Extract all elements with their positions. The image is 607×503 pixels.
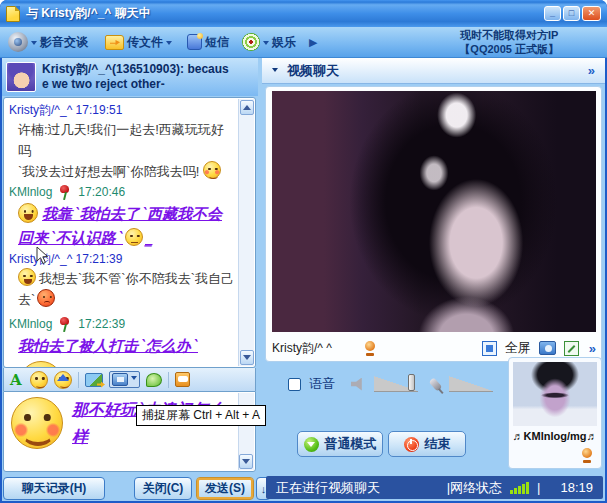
fullscreen-label[interactable]: 全屏 <box>505 339 531 357</box>
peer-video-name: Kristy韵/^ ^ <box>272 340 332 357</box>
rose-icon <box>59 185 71 200</box>
scroll-down-button[interactable] <box>239 454 253 469</box>
big-smiley-emoticon-icon <box>19 361 234 368</box>
custom-emoticon-icon[interactable] <box>54 371 72 389</box>
snapshot-icon[interactable] <box>539 341 556 355</box>
send-file-button[interactable]: 传文件 <box>105 34 172 51</box>
sms-button[interactable]: 短信 <box>187 34 229 51</box>
laugh-emoticon-icon <box>18 268 36 286</box>
entertainment-button[interactable]: 娱乐 <box>242 33 296 51</box>
chevron-down-icon[interactable] <box>263 41 269 48</box>
mic-volume-slider[interactable] <box>449 376 493 392</box>
send-image-icon[interactable] <box>85 373 103 387</box>
message-record-icon[interactable] <box>175 372 190 387</box>
capture-tooltip: 捕捉屏幕 Ctrl + Alt + A <box>136 405 266 426</box>
maximize-button[interactable]: □ <box>563 6 580 21</box>
connection-status: 现时不能取得对方IP 【QQ2005 正式版】 <box>459 28 599 56</box>
window-title: 与 Kristy韵/^_^ 聊天中 <box>26 5 542 22</box>
ip-status-text: 现时不能取得对方IP <box>459 28 559 42</box>
status-bar: 正在进行视频聊天 |网络状态 | 18:19 <box>266 476 603 499</box>
network-label: |网络状态 <box>447 479 502 497</box>
resize-icon[interactable] <box>564 341 579 356</box>
angry-emoticon-icon <box>37 289 55 307</box>
peer-avatar[interactable] <box>6 62 36 92</box>
self-video-feed <box>513 362 597 426</box>
voice-checkbox[interactable] <box>288 378 301 391</box>
message-meta-self: KMlnlog 17:22:39 <box>9 314 234 334</box>
speaker-icon <box>351 378 366 391</box>
dart-target-icon <box>242 33 260 51</box>
video-panel-header: 视频聊天 » <box>262 58 605 84</box>
message-meta-self: KMlnlog 17:20:46 <box>9 182 234 202</box>
signal-strength-icon <box>510 481 529 494</box>
panel-more-button[interactable]: » <box>588 63 595 78</box>
message-text: 我想去`我不管`你不陪我去`我自己去` <box>9 268 234 310</box>
video-panel-title: 视频聊天 <box>287 62 339 80</box>
chat-history[interactable]: Kristy韵/^_^ 17:19:51 许楠:过几天!我们一起去!西藏玩玩好吗… <box>3 97 256 368</box>
chevron-down-icon[interactable] <box>166 41 172 48</box>
webcam-icon <box>8 32 28 52</box>
clock-text: 18:19 <box>560 480 593 495</box>
screen-capture-button[interactable] <box>109 371 140 388</box>
slider-thumb[interactable] <box>408 374 415 391</box>
rose-icon <box>59 317 71 332</box>
close-chat-button[interactable]: 关闭(C) <box>134 477 192 500</box>
chevron-down-icon[interactable] <box>272 68 278 75</box>
chat-window-icon <box>6 6 20 22</box>
microphone-icon <box>429 377 443 391</box>
message-input[interactable]: 那不好玩`去澳门怎么样 <box>3 391 256 472</box>
call-status-text: 正在进行视频聊天 <box>276 479 380 497</box>
power-icon <box>404 437 419 452</box>
main-toolbar: 影音交谈 传文件 短信 娱乐 ▶ 现时不能取得对方IP 【QQ2005 正式版】 <box>0 27 607 58</box>
divider <box>168 372 169 388</box>
self-video-box: ♬KMlnlog/mg♬ <box>508 357 602 469</box>
speaker-volume-slider[interactable] <box>374 376 418 392</box>
chat-mode-icon[interactable] <box>146 373 162 387</box>
screen-capture-icon <box>112 373 128 386</box>
normal-mode-button[interactable]: 普通模式 <box>297 431 383 457</box>
toolbar-more-arrow[interactable]: ▶ <box>309 36 317 49</box>
webcam-icon <box>581 448 593 463</box>
divider <box>78 372 79 388</box>
message-meta-peer: Kristy韵/^_^ 17:19:51 <box>9 101 234 119</box>
message-text: `我没去过好想去啊`你陪我去吗! <box>9 161 234 182</box>
chevron-down-icon[interactable] <box>31 41 37 48</box>
message-text: 许楠:过几天!我们一起去!西藏玩玩好吗 <box>9 119 234 161</box>
qq-version-text: 【QQ2005 正式版】 <box>459 42 559 56</box>
chevron-down-icon[interactable] <box>131 376 137 383</box>
close-icon[interactable]: ✕ <box>582 6 601 21</box>
video-groupbox: Kristy韵/^ ^ 全屏 » <box>265 86 602 362</box>
self-name: ♬KMlnlog/mg♬ <box>509 430 601 442</box>
scroll-down-button[interactable] <box>240 350 254 365</box>
message-text-self: 我靠`我怕去了`西藏我不会回来`不认识路`_ <box>9 202 234 250</box>
webcam-status-icon <box>364 341 376 356</box>
message-text-self: 我怕去了被人打击`怎么办` <box>9 334 234 358</box>
voice-label: 语音 <box>309 375 335 393</box>
file-icon <box>105 35 124 50</box>
shy-smile-emoticon-icon <box>203 161 221 179</box>
smirk-emoticon-icon <box>125 228 143 246</box>
big-smile-emoticon-icon <box>11 397 63 449</box>
mouse-cursor-icon <box>36 246 49 265</box>
title-bar: 与 Kristy韵/^_^ 聊天中 _ □ ✕ <box>0 0 607 27</box>
phone-message-icon <box>187 34 202 50</box>
send-button[interactable]: 发送(S) <box>196 477 254 500</box>
fullscreen-icon[interactable] <box>482 341 497 356</box>
video-name-bar: Kristy韵/^ ^ 全屏 » <box>272 337 596 359</box>
scroll-up-button[interactable] <box>240 100 254 115</box>
voice-controls: 语音 <box>288 375 493 393</box>
video-audio-chat-button[interactable]: 影音交谈 <box>8 32 88 52</box>
down-arrow-circle-icon <box>304 437 319 452</box>
separator: | <box>537 480 540 495</box>
peer-banner: Kristy韵/^_^(136510903): becaus e we two … <box>2 58 258 96</box>
minimize-button[interactable]: _ <box>544 6 561 21</box>
chat-scrollbar[interactable] <box>238 99 254 366</box>
emoticon-picker-icon[interactable] <box>30 371 48 389</box>
editor-toolbar <box>3 368 256 391</box>
grin-emoticon-icon <box>18 203 38 223</box>
peer-video-feed <box>272 91 596 332</box>
chat-history-button[interactable]: 聊天记录(H) <box>3 477 105 500</box>
video-toolbar-more[interactable]: » <box>589 341 596 356</box>
font-style-icon[interactable] <box>8 372 24 388</box>
end-call-button[interactable]: 结束 <box>388 431 466 457</box>
